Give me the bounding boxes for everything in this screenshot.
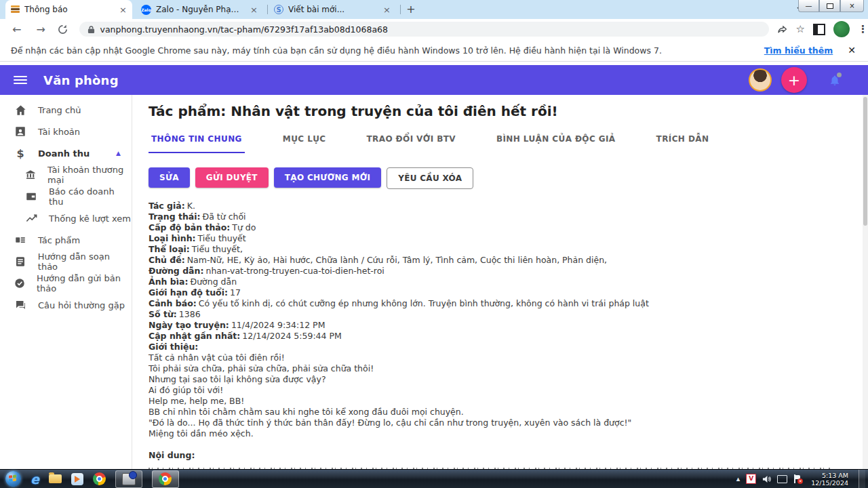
- detail-row: Cập nhật gần nhất:12/14/2024 5:59:44 PM: [149, 331, 863, 342]
- menu-icon[interactable]: [14, 76, 27, 84]
- sidebar-item-huong-dan-soan-thao[interactable]: Hướng dẫn soạn thảo: [0, 251, 132, 272]
- back-icon[interactable]: ←: [9, 23, 24, 36]
- detail-row: Ảnh bìa:Đường dẫn: [149, 277, 863, 287]
- tab-muc-luc[interactable]: MỤC LỤC: [280, 134, 329, 153]
- clock-date: 12/15/2024: [811, 479, 848, 487]
- tab-close-icon[interactable]: ×: [383, 5, 391, 14]
- show-desktop-button[interactable]: [859, 470, 865, 488]
- user-avatar[interactable]: [749, 68, 772, 92]
- sidebar-item-label: Câu hỏi thường gặp: [38, 300, 125, 310]
- restore-button[interactable]: [819, 0, 840, 12]
- notice-close-icon[interactable]: ✕: [848, 45, 856, 56]
- detail-row: Chủ đề:Nam-Nữ, HE, Kỳ ảo, Hài hước, Chữa…: [149, 255, 863, 266]
- sidebar-item-bao-cao-doanh-thu[interactable]: Báo cáo doanh thu: [0, 186, 132, 207]
- forward-icon[interactable]: →: [34, 23, 49, 36]
- tab-thong-tin-chung[interactable]: THÔNG TIN CHUNG: [149, 134, 245, 153]
- network-icon[interactable]: [777, 475, 787, 483]
- chart-icon: [24, 211, 38, 225]
- browser-tab-strip: Thông báo × Zalo Zalo - Nguyễn Phạm Gia …: [0, 0, 868, 19]
- works-icon: [14, 233, 27, 247]
- share-icon[interactable]: [777, 24, 788, 35]
- request-delete-button[interactable]: YÊU CẦU XÓA: [387, 167, 473, 189]
- page-title: Tác phẩm: Nhân vật trong truyện của tôi …: [149, 103, 863, 119]
- sidebar-item-thong-ke-luot-xem[interactable]: Thống kê lượt xem: [0, 207, 132, 229]
- tray-expand-icon[interactable]: ▴: [736, 474, 741, 483]
- submit-review-button[interactable]: GỬI DUYỆT: [195, 167, 269, 188]
- sidebar-item-label: Tác phẩm: [38, 235, 80, 245]
- detail-row: Số từ:1386: [149, 309, 863, 320]
- unikey-icon: [122, 473, 136, 485]
- action-center-flag-icon[interactable]: ✕: [793, 474, 801, 483]
- intro-line: Ai đó giúp tôi với!: [149, 385, 863, 396]
- wallet-icon: [24, 190, 38, 203]
- main-content: Tác phẩm: Nhân vật trong truyện của tôi …: [133, 95, 863, 469]
- chrome-icon[interactable]: [93, 472, 106, 485]
- tab-close-icon[interactable]: ×: [250, 5, 258, 14]
- browser-tab-zalo[interactable]: Zalo Zalo - Nguyễn Phạm Gia Kỳ ×: [136, 0, 263, 19]
- chrome-icon: [159, 472, 172, 485]
- unikey-tray-icon[interactable]: V: [746, 474, 756, 484]
- intro-line: BB chỉ nhìn tôi chằm chằm sau khi nghe t…: [149, 407, 863, 418]
- toolbar-icons: ☆ ⋮: [777, 21, 868, 37]
- lock-icon: [87, 25, 95, 34]
- sidebar-item-cau-hoi-thuong-gap[interactable]: Câu hỏi thường gặp: [0, 294, 132, 316]
- bookmark-star-icon[interactable]: ☆: [796, 23, 805, 35]
- sidebar: Trang chủ Tài khoản $ Doanh thu ▲ Tài kh…: [0, 95, 132, 469]
- side-panel-icon[interactable]: [813, 24, 825, 35]
- learn-more-link[interactable]: Tìm hiểu thêm: [764, 45, 833, 56]
- chevron-up-icon[interactable]: ▲: [116, 150, 121, 157]
- bank-icon: [24, 168, 37, 182]
- tab-binh-luan-cua-doc-gia[interactable]: BÌNH LUẬN CỦA ĐỘC GIẢ: [494, 134, 618, 153]
- browser-tab-notifications[interactable]: Thông báo ×: [5, 0, 132, 19]
- taskbar-clock[interactable]: 5:13 AM 12/15/2024: [811, 472, 848, 487]
- media-player-icon[interactable]: [71, 473, 83, 485]
- sidebar-item-huong-dan-gui-ban-thao[interactable]: Hướng dẫn gửi bản thảo: [0, 272, 132, 294]
- sidebar-item-doanh-thu[interactable]: $ Doanh thu ▲: [0, 142, 132, 164]
- reload-icon[interactable]: [58, 24, 73, 35]
- unikey-taskbar-button[interactable]: [115, 470, 142, 488]
- sidebar-item-label: Doanh thu: [38, 148, 90, 159]
- sidebar-item-tac-pham[interactable]: Tác phẩm: [0, 229, 132, 251]
- add-button[interactable]: +: [781, 67, 807, 93]
- detail-row: Cấp độ bản thảo:Tự do: [149, 222, 863, 233]
- internet-explorer-icon[interactable]: e: [31, 472, 39, 487]
- sidebar-item-tai-khoan-thuong-mai[interactable]: Tài khoản thương mại: [0, 164, 132, 186]
- detail-row: Ngày tạo truyện:11/4/2024 9:34:12 PM: [149, 320, 863, 331]
- tab-trao-doi-voi-btv[interactable]: TRAO ĐỔI VỚI BTV: [364, 134, 458, 153]
- volume-icon[interactable]: [762, 475, 771, 483]
- tab-title: Viết bài mới...: [288, 5, 378, 14]
- tab-separator: [267, 5, 268, 14]
- chrome-taskbar-button[interactable]: [152, 470, 179, 488]
- browser-menu-icon[interactable]: ⋮: [858, 23, 868, 35]
- page-scrollbar[interactable]: [863, 95, 868, 469]
- minimize-button[interactable]: —: [798, 0, 819, 12]
- close-button[interactable]: ×: [840, 0, 864, 12]
- scrollbar-thumb[interactable]: [863, 97, 867, 226]
- system-tray: ▴ V ✕ 5:13 AM 12/15/2024: [736, 470, 865, 488]
- account-icon: [14, 125, 27, 138]
- browser-tab-new-post[interactable]: S Viết bài mới... ×: [269, 0, 396, 19]
- new-tab-button[interactable]: +: [404, 3, 418, 16]
- content-label: Nội dung:: [149, 450, 863, 461]
- browser-toolbar: ← → vanphong.truyennhaong.vn/tac-pham/67…: [0, 19, 868, 40]
- intro-line: Nhưng tại sao tôi lại không sửa được vậy…: [149, 374, 863, 385]
- edit-button[interactable]: SỬA: [149, 167, 190, 188]
- sidebar-item-trang-chu[interactable]: Trang chủ: [0, 99, 132, 121]
- check-circle-icon: [14, 277, 26, 290]
- site-favicon: [11, 5, 20, 14]
- notifications-bell-icon[interactable]: [829, 74, 841, 87]
- start-orb-icon[interactable]: [5, 471, 21, 487]
- detail-row: Loại hình:Tiểu thuyết: [149, 233, 863, 244]
- sidebar-item-tai-khoan[interactable]: Tài khoản: [0, 121, 132, 142]
- windows-explorer-icon[interactable]: [49, 474, 62, 483]
- sidebar-item-label: Thống kê lượt xem: [49, 214, 131, 224]
- create-chapter-button[interactable]: TẠO CHƯƠNG MỚI: [274, 167, 381, 188]
- tab-close-icon[interactable]: ×: [119, 5, 127, 14]
- tab-trich-dan[interactable]: TRÍCH DẪN: [654, 134, 712, 153]
- chrome-update-notice: Để nhận các bản cập nhật Google Chrome s…: [0, 39, 868, 62]
- address-bar[interactable]: vanphong.truyennhaong.vn/tac-pham/67293f…: [79, 22, 769, 37]
- detail-row: Thể loại:Tiểu thuyết,: [149, 244, 863, 255]
- detail-row: Đường dẫn:nhan-vat-trong-truyen-cua-toi-…: [149, 266, 863, 277]
- action-buttons: SỬA GỬI DUYỆT TẠO CHƯƠNG MỚI YÊU CẦU XÓA: [149, 167, 863, 189]
- browser-profile-avatar[interactable]: [833, 21, 850, 37]
